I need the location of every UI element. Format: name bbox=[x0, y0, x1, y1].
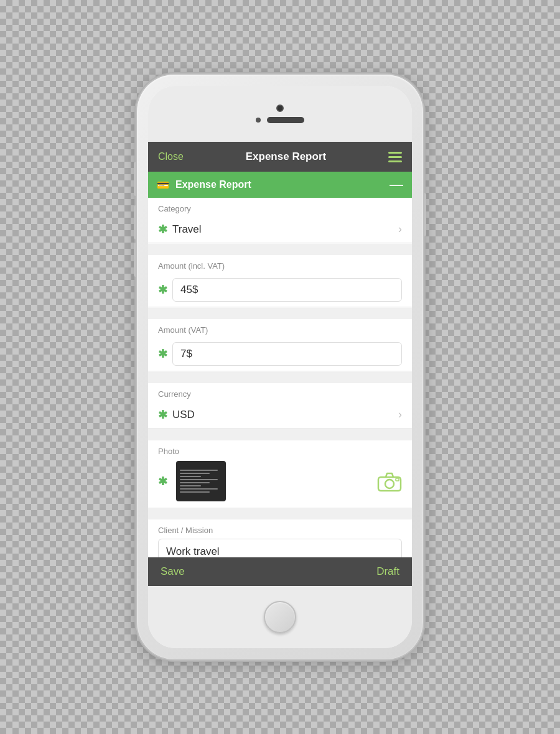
receipt-line-4 bbox=[180, 479, 218, 480]
section-header: 💳 Expense Report — bbox=[148, 172, 412, 198]
separator-1 bbox=[148, 244, 412, 255]
category-row[interactable]: ✱ Travel › bbox=[148, 216, 412, 243]
home-button[interactable] bbox=[264, 601, 296, 633]
category-arrow-icon: › bbox=[398, 223, 402, 236]
amount-incl-vat-label: Amount (incl. VAT) bbox=[148, 255, 412, 273]
front-camera bbox=[276, 105, 284, 112]
currency-required-star: ✱ bbox=[158, 408, 167, 422]
currency-value: USD bbox=[172, 409, 398, 421]
speaker-area bbox=[256, 117, 304, 123]
save-button[interactable]: Save bbox=[161, 565, 185, 578]
collapse-button[interactable]: — bbox=[390, 178, 403, 192]
separator-5 bbox=[148, 508, 412, 519]
amount-incl-vat-input[interactable]: 45$ bbox=[172, 278, 402, 302]
amount-vat-label: Amount (VAT) bbox=[148, 319, 412, 337]
client-mission-section: Client / Mission Work travel bbox=[148, 519, 412, 557]
client-mission-label: Client / Mission bbox=[158, 526, 402, 535]
camera-button[interactable] bbox=[377, 471, 402, 492]
currency-field-group: Currency ✱ USD › bbox=[148, 383, 412, 429]
svg-rect-2 bbox=[396, 478, 399, 481]
credit-card-icon: 💳 bbox=[157, 179, 169, 191]
phone-inner: Close Expense Report 💳 Expense Report — bbox=[148, 86, 412, 648]
speaker-grille bbox=[267, 117, 304, 123]
photo-required-star: ✱ bbox=[158, 475, 167, 488]
menu-line-3 bbox=[388, 160, 402, 162]
bottom-bezel bbox=[148, 586, 412, 648]
screen: Close Expense Report 💳 Expense Report — bbox=[148, 142, 412, 586]
section-header-title: Expense Report bbox=[175, 179, 251, 190]
photo-section: Photo ✱ bbox=[148, 440, 412, 508]
amount-incl-vat-required-star: ✱ bbox=[158, 283, 167, 297]
receipt-line-6 bbox=[180, 485, 201, 486]
receipt-line-2 bbox=[180, 473, 210, 474]
amount-incl-vat-row: ✱ 45$ bbox=[148, 273, 412, 307]
amount-vat-group: Amount (VAT) ✱ 7$ bbox=[148, 319, 412, 371]
top-bezel bbox=[148, 86, 412, 142]
phone-frame: Close Expense Report 💳 Expense Report — bbox=[137, 75, 423, 659]
receipt-line-7 bbox=[180, 488, 218, 490]
photo-row: ✱ bbox=[158, 461, 402, 501]
currency-row[interactable]: ✱ USD › bbox=[148, 401, 412, 429]
separator-4 bbox=[148, 429, 412, 440]
receipt-preview bbox=[176, 466, 226, 496]
amount-vat-required-star: ✱ bbox=[158, 347, 167, 361]
svg-point-1 bbox=[385, 480, 394, 488]
category-value: Travel bbox=[172, 223, 398, 236]
close-button[interactable]: Close bbox=[158, 151, 184, 162]
receipt-line-3 bbox=[180, 476, 201, 477]
section-header-left: 💳 Expense Report bbox=[157, 179, 251, 191]
amount-vat-row: ✱ 7$ bbox=[148, 337, 412, 371]
photo-label: Photo bbox=[158, 447, 402, 456]
menu-button[interactable] bbox=[388, 152, 402, 162]
bottom-bar: Save Draft bbox=[148, 557, 412, 586]
category-label: Category bbox=[148, 198, 412, 216]
receipt-line-1 bbox=[180, 470, 218, 471]
nav-bar: Close Expense Report bbox=[148, 142, 412, 172]
currency-arrow-icon: › bbox=[398, 408, 402, 421]
receipt-line-5 bbox=[180, 482, 210, 483]
amount-incl-vat-group: Amount (incl. VAT) ✱ 45$ bbox=[148, 255, 412, 307]
category-field-group: Category ✱ Travel › bbox=[148, 198, 412, 243]
nav-title: Expense Report bbox=[246, 151, 326, 163]
photo-thumbnail[interactable] bbox=[176, 461, 226, 501]
currency-label: Currency bbox=[148, 383, 412, 401]
draft-button[interactable]: Draft bbox=[376, 565, 399, 578]
separator-3 bbox=[148, 372, 412, 383]
amount-vat-input[interactable]: 7$ bbox=[172, 342, 402, 366]
client-mission-input[interactable]: Work travel bbox=[158, 539, 402, 557]
category-required-star: ✱ bbox=[158, 223, 167, 236]
receipt-line-8 bbox=[180, 491, 210, 493]
menu-line-2 bbox=[388, 156, 402, 158]
menu-line-1 bbox=[388, 152, 402, 154]
separator-2 bbox=[148, 308, 412, 319]
speaker-dot bbox=[256, 118, 261, 123]
form-content: Category ✱ Travel › Amount (incl. VAT) ✱… bbox=[148, 198, 412, 557]
